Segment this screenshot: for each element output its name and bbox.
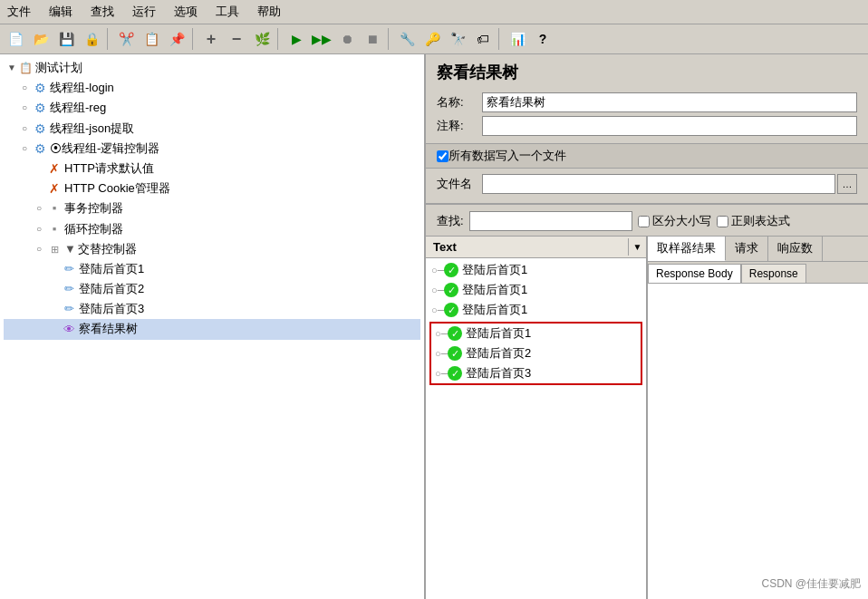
tree-item-page3[interactable]: ✏ 登陆后首页3 bbox=[4, 299, 420, 319]
result-item-2[interactable]: ○─ ✓ 登陆后首页1 bbox=[428, 280, 644, 300]
toolbar-open[interactable]: 📂 bbox=[29, 27, 53, 51]
search-label: 查找: bbox=[437, 213, 464, 229]
icon-json: ⚙ bbox=[33, 121, 47, 136]
regex-label: 正则表达式 bbox=[731, 213, 790, 229]
subtab-response-body[interactable]: Response Body bbox=[648, 264, 741, 283]
tree-item-page1[interactable]: ✏ 登陆后首页1 bbox=[4, 259, 420, 279]
result-item-3[interactable]: ○─ ✓ 登陆后首页1 bbox=[428, 300, 644, 320]
label-page3: 登陆后首页3 bbox=[79, 301, 144, 317]
icon-alternate: ⊞ bbox=[47, 242, 62, 256]
label-alternate: 交替控制器 bbox=[78, 241, 137, 257]
toolbar-remove[interactable]: − bbox=[225, 27, 248, 51]
connector-6: ○─ bbox=[435, 368, 448, 379]
label-json: 线程组-json提取 bbox=[50, 121, 134, 137]
label-reg: 线程组-reg bbox=[50, 100, 106, 116]
label-logic: ⦿ bbox=[50, 140, 62, 157]
write-all-row: 所有数据写入一个文件 bbox=[426, 143, 868, 169]
toolbar-stop[interactable]: ⏺ bbox=[335, 27, 359, 51]
search-input[interactable] bbox=[469, 211, 632, 231]
toolbar-start-no-pause[interactable]: ▶▶ bbox=[310, 27, 333, 51]
toolbar-save[interactable]: 💾 bbox=[54, 27, 78, 51]
subtab-response[interactable]: Response bbox=[741, 264, 806, 283]
check-5: ✓ bbox=[448, 346, 462, 361]
arrow-login: ○ bbox=[22, 82, 33, 94]
menu-run[interactable]: 运行 bbox=[129, 2, 159, 22]
write-all-checkbox[interactable] bbox=[437, 150, 448, 162]
name-label: 名称: bbox=[437, 94, 482, 111]
tree-item-page2[interactable]: ✏ 登陆后首页2 bbox=[4, 279, 420, 299]
menu-help[interactable]: 帮助 bbox=[254, 2, 285, 22]
menu-find[interactable]: 查找 bbox=[87, 2, 118, 22]
form-name-row: 名称: bbox=[437, 92, 857, 112]
arrow-loop: ○ bbox=[36, 223, 47, 236]
tree-item-alternate[interactable]: ○ ⊞ ▼ 交替控制器 bbox=[4, 239, 420, 259]
toolbar-lock[interactable]: 🔒 bbox=[80, 27, 103, 51]
results-area: Text ▼ ○─ ✓ 登陆后首页1 ○─ ✓ bbox=[426, 236, 868, 599]
check-6: ✓ bbox=[448, 366, 462, 381]
write-all-label: 所有数据写入一个文件 bbox=[448, 148, 566, 164]
regex-checkbox[interactable] bbox=[717, 216, 728, 227]
name-input[interactable] bbox=[482, 92, 857, 112]
right-panel: 察看结果树 名称: 注释: 所有数据写入一个文件 文件名 … bbox=[426, 54, 868, 599]
toolbar-new[interactable]: 📄 bbox=[4, 27, 27, 51]
menu-options[interactable]: 选项 bbox=[170, 2, 201, 22]
result-label-1: 登陆后首页1 bbox=[462, 262, 527, 278]
tree-label-testplan: 测试计划 bbox=[35, 60, 82, 76]
tree-item-logic[interactable]: ○ ⚙ ⦿ 线程组-逻辑控制器 bbox=[4, 139, 420, 159]
check-3: ✓ bbox=[444, 303, 458, 317]
toolbar-cut[interactable]: ✂️ bbox=[114, 27, 138, 51]
toolbar-sep2 bbox=[192, 28, 196, 50]
tree-item-cookie[interactable]: ✗ HTTP Cookie管理器 bbox=[4, 179, 420, 198]
tree-item-login[interactable]: ○ ⚙ 线程组-login bbox=[4, 78, 420, 98]
toolbar-add[interactable]: + bbox=[199, 27, 223, 51]
filename-label: 文件名 bbox=[437, 176, 482, 192]
result-label-4: 登陆后首页1 bbox=[466, 325, 531, 342]
regex-check: 正则表达式 bbox=[717, 213, 790, 229]
tree-item-reg[interactable]: ○ ⚙ 线程组-reg bbox=[4, 98, 420, 118]
toolbar-help[interactable]: ? bbox=[531, 27, 555, 51]
toolbar-tag[interactable]: 🏷 bbox=[471, 27, 495, 51]
toolbar-browse[interactable]: 🌿 bbox=[250, 27, 274, 51]
toolbar-copy[interactable]: 📋 bbox=[140, 27, 163, 51]
comment-input[interactable] bbox=[482, 116, 857, 136]
toolbar-shutdown[interactable]: ⏹ bbox=[361, 27, 384, 51]
tab-sampler-result[interactable]: 取样器结果 bbox=[648, 237, 726, 261]
result-item-1[interactable]: ○─ ✓ 登陆后首页1 bbox=[428, 260, 644, 280]
tab-request[interactable]: 请求 bbox=[726, 237, 768, 261]
result-item-6[interactable]: ○─ ✓ 登陆后首页3 bbox=[431, 363, 641, 383]
connector-1: ○─ bbox=[431, 265, 444, 275]
menu-tools[interactable]: 工具 bbox=[212, 2, 243, 22]
tree-item-transaction[interactable]: ○ ▪ 事务控制器 bbox=[4, 198, 420, 218]
right-title: 察看结果树 bbox=[426, 54, 868, 89]
toolbar-binoculars[interactable]: 🔭 bbox=[446, 27, 469, 51]
filename-browse-button[interactable]: … bbox=[837, 174, 857, 194]
toolbar-start[interactable]: ▶ bbox=[285, 27, 308, 51]
result-item-5[interactable]: ○─ ✓ 登陆后首页2 bbox=[431, 343, 641, 363]
result-item-4[interactable]: ○─ ✓ 登陆后首页1 bbox=[431, 324, 641, 343]
connector-3: ○─ bbox=[431, 304, 444, 315]
comment-label: 注释: bbox=[437, 118, 482, 134]
icon-resulttree: 👁 bbox=[62, 323, 76, 337]
tree-item-testplan[interactable]: ▼ 📋 测试计划 bbox=[4, 58, 420, 78]
tree-item-json[interactable]: ○ ⚙ 线程组-json提取 bbox=[4, 119, 420, 139]
filename-row: 文件名 … bbox=[437, 174, 857, 194]
tab-response[interactable]: 响应数 bbox=[768, 237, 823, 261]
result-tree-header: Text ▼ bbox=[426, 237, 646, 258]
tree-item-resulttree[interactable]: 👁 察看结果树 bbox=[4, 319, 420, 339]
toolbar-wrench[interactable]: 🔧 bbox=[395, 27, 419, 51]
toolbar-paste[interactable]: 📌 bbox=[165, 27, 188, 51]
result-tree-dropdown-icon[interactable]: ▼ bbox=[628, 238, 646, 256]
tree-item-http-default[interactable]: ✗ HTTP请求默认值 bbox=[4, 159, 420, 179]
case-sensitive-checkbox[interactable] bbox=[638, 216, 650, 227]
result-label-6: 登陆后首页3 bbox=[466, 365, 531, 382]
tree-item-loop[interactable]: ○ ▪ 循环控制器 bbox=[4, 219, 420, 239]
filename-input[interactable] bbox=[482, 174, 835, 194]
result-sub-tabs: Response Body Response bbox=[648, 262, 868, 284]
menubar: 文件 编辑 查找 运行 选项 工具 帮助 bbox=[0, 0, 868, 24]
toolbar-key[interactable]: 🔑 bbox=[420, 27, 444, 51]
toolbar-table[interactable]: 📊 bbox=[506, 27, 529, 51]
menu-edit[interactable]: 编辑 bbox=[45, 2, 76, 22]
menu-file[interactable]: 文件 bbox=[4, 2, 34, 22]
result-label-2: 登陆后首页1 bbox=[462, 282, 527, 298]
filename-section: 文件名 … bbox=[426, 169, 868, 201]
